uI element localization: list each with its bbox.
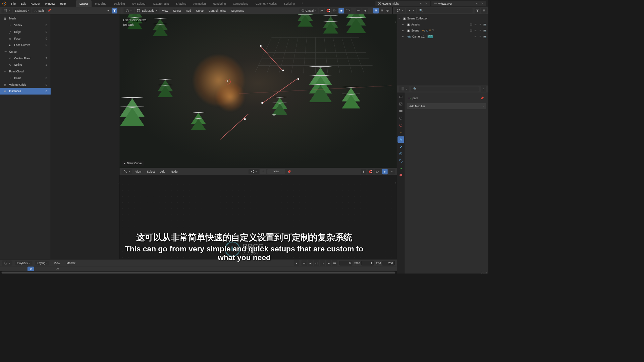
node-snap-icon[interactable]: 🧲	[368, 169, 374, 175]
tree-controlpoint[interactable]: ⊙Control Point7	[0, 55, 51, 62]
outliner-scene[interactable]: ▸ ▣ Scene ▿2 ⊙ ▽ ♡ ☑ 👁 ↖ 📷	[397, 27, 488, 34]
3d-viewport[interactable]: ‹› ‹ User Perspective (0) path Draw Curv…	[119, 14, 397, 168]
viewlayer-name-input[interactable]	[439, 2, 475, 5]
disclosure-icon[interactable]: ▸	[402, 35, 406, 38]
outliner-filter[interactable]: ▾	[406, 8, 416, 13]
timeline-keying-menu[interactable]: Keying▾	[35, 261, 50, 265]
camera-icon[interactable]: 📷	[483, 35, 487, 39]
play-icon[interactable]: ▷	[320, 260, 325, 266]
curve-point[interactable]	[298, 78, 299, 80]
node-add-button[interactable]: +	[260, 169, 266, 174]
prop-tab-data[interactable]	[397, 165, 404, 171]
menu-file[interactable]: File	[9, 1, 18, 6]
eye-icon[interactable]: 👁	[474, 28, 478, 32]
exclude-checkbox-icon[interactable]: ☑	[469, 22, 473, 26]
3dview-menu-segments[interactable]: Segments	[229, 8, 246, 13]
prop-tab-modifier[interactable]	[397, 136, 404, 143]
3dview-menu-select[interactable]: Select	[171, 8, 183, 13]
prop-tab-particles[interactable]	[397, 143, 404, 150]
filter-toggle-icon[interactable]	[112, 8, 117, 13]
node-overlay-icon[interactable]: ◈	[382, 169, 388, 175]
scene-delete-icon[interactable]: ✕	[424, 1, 429, 6]
properties-search[interactable]: 🔍	[411, 86, 479, 91]
pin-icon[interactable]: 📌	[47, 8, 52, 13]
timeline-ruler[interactable]: 0 20	[0, 266, 397, 271]
play-reverse-icon[interactable]: ◁	[314, 260, 319, 266]
3dview-menu-controlpoints[interactable]: Control Points	[207, 8, 228, 13]
mode-selector[interactable]: Edit Mode ▾	[135, 8, 159, 13]
workspace-uvediting[interactable]: UV Editing	[128, 0, 149, 7]
prop-tab-render[interactable]	[397, 94, 404, 100]
editor-type-timeline[interactable]: ▾	[2, 260, 12, 265]
node-tree-browse[interactable]: ▾	[249, 169, 259, 174]
tree-face[interactable]: ◇Face0	[0, 35, 51, 42]
prop-tab-scene[interactable]	[397, 115, 404, 122]
editor-type-spreadsheet[interactable]: ▾	[2, 8, 12, 13]
spreadsheet-object-path[interactable]: path	[32, 8, 46, 13]
snap-toggle-icon[interactable]: 🧲	[325, 8, 331, 13]
node-snap-opts-icon[interactable]: ⊡▾	[375, 169, 381, 175]
tree-spline[interactable]: ∿Spline2	[0, 62, 51, 68]
viewlayer-selector[interactable]: ▾ ⧉ ✕	[431, 1, 486, 6]
workspace-shading[interactable]: Shading	[172, 0, 190, 7]
workspace-modeling[interactable]: Modeling	[92, 0, 110, 7]
node-new-button[interactable]: New	[267, 169, 285, 174]
eye-icon[interactable]: 👁	[474, 35, 478, 39]
tree-facecorner[interactable]: ◣Face Corner0	[0, 42, 51, 48]
workspace-geometrynodes[interactable]: Geometry Nodes	[252, 0, 280, 7]
solid-icon[interactable]: ◐	[385, 8, 390, 13]
disclosure-icon[interactable]: ▸	[402, 23, 406, 26]
tree-edge[interactable]: ╱Edge0	[0, 28, 51, 35]
add-modifier-button[interactable]: Add Modifier ▾	[407, 103, 486, 109]
exclude-checkbox-icon[interactable]: ☑	[469, 28, 473, 32]
scene-copy-icon[interactable]: ⧉	[419, 1, 424, 6]
selection-filter-icon[interactable]: ▼	[105, 8, 111, 13]
menu-help[interactable]: Help	[57, 1, 68, 6]
prop-tab-output[interactable]	[397, 101, 404, 107]
tree-curve[interactable]: 〰Curve	[0, 48, 51, 55]
node-menu-view[interactable]: View	[133, 169, 143, 174]
jump-end-icon[interactable]: ⏭	[332, 260, 338, 266]
outliner-display-mode[interactable]: ▾	[395, 8, 405, 13]
outliner-camera1[interactable]: ▸ 📹 Camera.1 ⊏⊐ 👁 ↖ 📷	[397, 34, 488, 40]
prop-tab-world[interactable]	[397, 122, 404, 129]
node-parent-icon[interactable]: ⬆	[361, 169, 366, 175]
curve-point[interactable]	[262, 102, 263, 104]
editor-type-properties[interactable]: ▾	[399, 86, 409, 92]
snap-options-icon[interactable]: ⊡▾	[332, 8, 337, 13]
menu-render[interactable]: Render	[28, 1, 43, 6]
frame-current[interactable]	[339, 261, 352, 265]
sidebar-expand[interactable]: ‹	[395, 20, 396, 24]
properties-options-icon[interactable]: ⋮	[481, 86, 486, 92]
workspace-rendering[interactable]: Rendering	[209, 0, 229, 7]
timeline-marker-menu[interactable]: Marker	[65, 260, 77, 265]
xray-toggle-icon[interactable]: ⊞	[373, 8, 379, 13]
selectable-icon[interactable]: ↖	[478, 28, 482, 32]
3dview-menu-add[interactable]: Add	[184, 8, 193, 13]
node-menu-node[interactable]: Node	[169, 169, 179, 174]
disclosure-icon[interactable]: ▸	[402, 29, 406, 32]
workspace-compositing[interactable]: Compositing	[229, 0, 252, 7]
disclosure-icon[interactable]: ▾	[398, 17, 401, 20]
gizmo-icon[interactable]: ✦▾	[356, 8, 362, 13]
tree-mesh[interactable]: ▦Mesh	[0, 15, 51, 22]
editor-type-node[interactable]: ▾	[121, 169, 131, 174]
prop-tab-constraints[interactable]	[397, 158, 404, 164]
node-overlay-opts-icon[interactable]: ▾	[389, 169, 395, 175]
scene-browse-icon[interactable]	[377, 1, 382, 6]
3dview-menu-curve[interactable]: Curve	[194, 8, 205, 13]
selectable-icon[interactable]: ↖	[478, 22, 482, 26]
tree-pointcloud[interactable]: ⁘Point Cloud	[0, 68, 51, 75]
frame-end[interactable]: End	[376, 261, 395, 265]
workspace-scripting[interactable]: Scripting	[280, 0, 299, 7]
node-menu-add[interactable]: Add	[158, 169, 167, 174]
outliner-search[interactable]: 🔍	[417, 8, 472, 13]
camera-icon[interactable]: 📷	[483, 22, 487, 26]
outliner-filter-funnel-icon[interactable]	[475, 8, 480, 13]
blender-logo[interactable]	[2, 1, 7, 6]
prop-tab-viewlayer[interactable]	[397, 108, 404, 115]
3dview-menu-view[interactable]: View	[160, 8, 170, 13]
pivot-icon[interactable]: ⊙▾	[319, 8, 324, 13]
curve-point[interactable]	[282, 70, 284, 71]
editor-type-3dview[interactable]: ▾	[123, 8, 133, 13]
